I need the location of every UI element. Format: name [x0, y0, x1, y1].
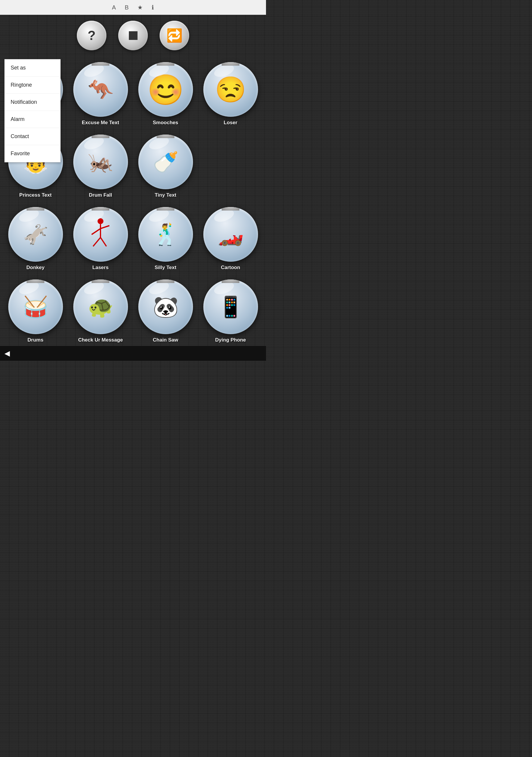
donkey-icon: 🫏 — [8, 207, 63, 262]
context-menu-alarm[interactable]: Alarm — [5, 111, 60, 128]
donkey-label: Donkey — [26, 265, 44, 271]
context-menu: Set as Ringtone Notification Alarm Conta… — [4, 59, 61, 162]
princess-text-label: Princess Text — [19, 192, 51, 198]
check-ur-message-icon: 🐢 — [73, 280, 128, 334]
drum-fall-icon: 🦗 — [73, 135, 128, 189]
excuse-me-text-icon: 🦘 — [73, 62, 128, 117]
chain-saw-label: Chain Saw — [153, 337, 178, 343]
sound-item-cartoon[interactable]: 🏎️ Cartoon — [199, 201, 262, 271]
sound-item-lasers[interactable]: Lasers — [70, 201, 132, 271]
loser-icon: 😒 — [203, 62, 258, 117]
font-b-icon[interactable]: B — [125, 4, 129, 11]
svg-point-0 — [98, 218, 103, 224]
context-menu-contact[interactable]: Contact — [5, 128, 60, 145]
svg-line-3 — [101, 226, 109, 228]
sound-item-dying-phone[interactable]: 📱 Dying Phone — [199, 274, 262, 343]
smooches-icon: 😊 — [138, 62, 193, 117]
tiny-text-label: Tiny Text — [155, 192, 176, 198]
sound-item-chain-saw[interactable]: 🐼 Chain Saw — [134, 274, 196, 343]
cartoon-label: Cartoon — [221, 265, 240, 271]
context-menu-notification[interactable]: Notification — [5, 94, 60, 111]
controls-row: ? ⏹ 🔁 — [0, 15, 266, 53]
stop-button[interactable]: ⏹ — [118, 21, 148, 50]
sound-item-smooches[interactable]: 😊 Smooches — [134, 56, 196, 126]
context-menu-ringtone[interactable]: Ringtone — [5, 76, 60, 94]
drum-fall-label: Drum Fall — [89, 192, 112, 198]
lasers-svg — [86, 217, 115, 252]
smooches-label: Smooches — [153, 120, 178, 126]
sound-item-loser[interactable]: 😒 Loser — [199, 56, 262, 126]
top-bar: A B ★ ℹ — [0, 0, 266, 15]
chain-saw-icon: 🐼 — [138, 280, 193, 334]
sound-item-check-ur-message[interactable]: 🐢 Check Ur Message — [70, 274, 132, 343]
check-ur-message-label: Check Ur Message — [78, 337, 123, 343]
lasers-icon — [73, 207, 128, 262]
repeat-button[interactable]: 🔁 — [160, 21, 189, 50]
bottom-nav: ◀ — [0, 346, 266, 361]
svg-line-4 — [93, 237, 101, 246]
tiny-text-icon: 🍼 — [138, 135, 193, 189]
silly-text-label: Silly Text — [155, 265, 176, 271]
context-menu-favorite[interactable]: Favorite — [5, 145, 60, 162]
sound-item-silly-text[interactable]: 🕺 Silly Text — [134, 201, 196, 271]
sound-item-drums[interactable]: 🥁 Drums — [4, 274, 67, 343]
favorite-icon[interactable]: ★ — [137, 4, 143, 11]
sound-item-donkey[interactable]: 🫏 Donkey — [4, 201, 67, 271]
help-button[interactable]: ? — [77, 21, 106, 50]
info-icon[interactable]: ℹ — [152, 4, 154, 11]
sound-item-excuse-me-text[interactable]: 🦘 Excuse Me Text — [70, 56, 132, 126]
svg-line-2 — [92, 228, 101, 234]
back-button[interactable]: ◀ — [4, 349, 10, 357]
font-a-icon[interactable]: A — [112, 4, 116, 11]
excuse-me-text-label: Excuse Me Text — [82, 120, 119, 126]
loser-label: Loser — [224, 120, 237, 126]
dying-phone-icon: 📱 — [203, 280, 258, 334]
dying-phone-label: Dying Phone — [215, 337, 246, 343]
cartoon-icon: 🏎️ — [203, 207, 258, 262]
drums-icon: 🥁 — [8, 280, 63, 334]
silly-text-icon: 🕺 — [138, 207, 193, 262]
sound-item-drum-fall[interactable]: 🦗 Drum Fall — [70, 129, 132, 198]
context-menu-set-as: Set as — [5, 59, 60, 76]
lasers-label: Lasers — [93, 265, 109, 271]
drums-label: Drums — [27, 337, 44, 343]
sound-item-tiny-text[interactable]: 🍼 Tiny Text — [134, 129, 196, 198]
svg-line-5 — [101, 237, 106, 246]
